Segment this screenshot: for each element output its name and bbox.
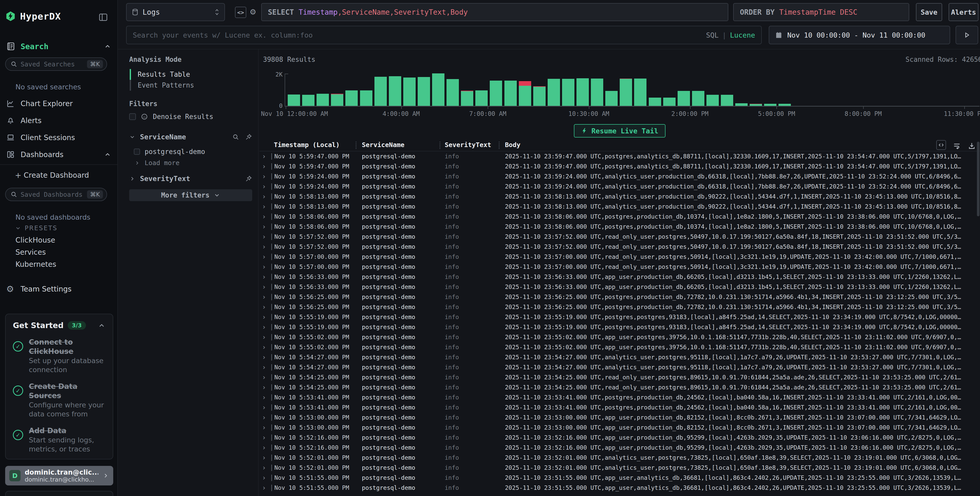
- get-started-step[interactable]: ✓ Connect to ClickHouse Set up your data…: [13, 338, 105, 374]
- histogram-bar[interactable]: [504, 81, 517, 106]
- log-row[interactable]: ›Nov 10 5:56:33.000 PMpostgresql-demoinf…: [259, 272, 980, 282]
- histogram-bar[interactable]: [576, 78, 589, 106]
- column-resize-handle[interactable]: [356, 142, 356, 149]
- row-expand-icon[interactable]: ›: [262, 152, 266, 161]
- more-filters-button[interactable]: More filters: [129, 189, 252, 201]
- log-row[interactable]: ›Nov 10 5:55:02.000 PMpostgresql-demoinf…: [259, 342, 980, 352]
- wrap-lines-icon[interactable]: [953, 142, 961, 150]
- log-row[interactable]: ›Nov 10 5:52:16.000 PMpostgresql-demoinf…: [259, 443, 980, 453]
- histogram-bar[interactable]: [678, 91, 690, 106]
- histogram-bar[interactable]: [692, 91, 705, 106]
- log-row[interactable]: ›Nov 10 5:52:16.000 PMpostgresql-demoinf…: [259, 433, 980, 443]
- load-more-button[interactable]: Load more: [134, 159, 180, 167]
- log-row[interactable]: ›Nov 10 5:59:24.000 PMpostgresql-demoinf…: [259, 172, 980, 182]
- mode-results-table[interactable]: Results Table: [130, 69, 243, 80]
- row-expand-icon[interactable]: ›: [262, 443, 266, 453]
- language-toggle-sql[interactable]: SQL: [706, 31, 719, 39]
- pin-icon[interactable]: [245, 175, 252, 182]
- histogram-bar[interactable]: [288, 94, 300, 106]
- source-select[interactable]: Logs: [126, 3, 225, 21]
- col-header-body[interactable]: Body: [505, 141, 520, 148]
- row-expand-icon[interactable]: ›: [262, 383, 266, 392]
- sidebar-item-team-settings[interactable]: ⚙ Team Settings: [0, 282, 118, 296]
- histogram-bar[interactable]: [663, 97, 676, 106]
- histogram-bar[interactable]: [475, 90, 488, 106]
- checkbox[interactable]: [134, 148, 140, 155]
- select-columns-input[interactable]: SELECT Timestamp ,ServiceName,SeverityTe…: [261, 3, 728, 21]
- date-range-picker[interactable]: Nov 10 00:00:00 - Nov 11 00:00:00: [769, 26, 950, 44]
- row-expand-icon[interactable]: ›: [262, 473, 266, 483]
- row-expand-icon[interactable]: ›: [262, 272, 266, 282]
- sql-editor-toggle-icon[interactable]: <>: [235, 7, 246, 18]
- log-row[interactable]: ›Nov 10 5:53:41.000 PMpostgresql-demoinf…: [259, 402, 980, 413]
- gear-icon[interactable]: ⚙: [250, 6, 256, 17]
- table-scrollbar[interactable]: [977, 142, 980, 216]
- row-expand-icon[interactable]: ›: [262, 191, 266, 202]
- row-expand-icon[interactable]: ›: [262, 402, 266, 413]
- log-row[interactable]: ›Nov 10 5:55:19.000 PMpostgresql-demoinf…: [259, 312, 980, 322]
- log-row[interactable]: ›Nov 10 5:57:00.000 PMpostgresql-demoinf…: [259, 262, 980, 272]
- row-expand-icon[interactable]: ›: [262, 483, 266, 493]
- col-header-servicename[interactable]: ServiceName: [362, 141, 404, 148]
- histogram-bar[interactable]: [591, 78, 603, 106]
- log-row[interactable]: ›Nov 10 5:57:00.000 PMpostgresql-demoinf…: [259, 252, 980, 262]
- row-expand-icon[interactable]: ›: [262, 282, 266, 292]
- pin-icon[interactable]: [245, 133, 252, 140]
- filter-group-servicename[interactable]: ServiceName: [129, 133, 252, 141]
- histogram-bar[interactable]: [447, 79, 459, 106]
- log-row[interactable]: ›Nov 10 5:59:47.000 PMpostgresql-demoinf…: [259, 152, 980, 161]
- log-row[interactable]: ›Nov 10 5:58:06.000 PMpostgresql-demoinf…: [259, 222, 980, 232]
- column-resize-handle[interactable]: [499, 142, 500, 149]
- row-expand-icon[interactable]: ›: [262, 292, 266, 302]
- row-expand-icon[interactable]: ›: [262, 322, 266, 332]
- code-view-icon[interactable]: [936, 140, 946, 150]
- histogram-bar[interactable]: [706, 95, 719, 106]
- row-expand-icon[interactable]: ›: [262, 312, 266, 322]
- row-expand-icon[interactable]: ›: [262, 202, 266, 212]
- row-expand-icon[interactable]: ›: [262, 182, 266, 191]
- histogram-bar[interactable]: [649, 97, 661, 106]
- column-resize-handle[interactable]: [439, 142, 440, 149]
- log-row[interactable]: ›Nov 10 5:55:19.000 PMpostgresql-demoinf…: [259, 322, 980, 332]
- row-expand-icon[interactable]: ›: [262, 413, 266, 423]
- get-started-step[interactable]: ✓ Add Data Start sending logs, metrics, …: [13, 426, 105, 453]
- histogram-bar[interactable]: [317, 94, 329, 106]
- sidebar-item-search[interactable]: Search: [0, 39, 118, 54]
- col-header-timestamp[interactable]: Timestamp (Local): [274, 141, 340, 148]
- row-expand-icon[interactable]: ›: [262, 161, 266, 172]
- save-button[interactable]: Save: [916, 3, 942, 21]
- histogram-bar[interactable]: [331, 94, 343, 106]
- log-row[interactable]: ›Nov 10 5:51:55.000 PMpostgresql-demoinf…: [259, 473, 980, 483]
- sidebar-item-alerts[interactable]: Alerts: [0, 113, 118, 128]
- chevron-up-icon[interactable]: [104, 151, 111, 158]
- sidebar-collapse-icon[interactable]: [98, 12, 108, 22]
- histogram-bar[interactable]: [735, 103, 748, 106]
- histogram-bar[interactable]: [519, 81, 531, 106]
- log-row[interactable]: ›Nov 10 5:53:41.000 PMpostgresql-demoinf…: [259, 392, 980, 402]
- histogram-bar[interactable]: [360, 90, 372, 106]
- row-expand-icon[interactable]: ›: [262, 262, 266, 272]
- row-expand-icon[interactable]: ›: [262, 342, 266, 352]
- language-toggle-lucene[interactable]: Lucene: [730, 31, 755, 39]
- row-expand-icon[interactable]: ›: [262, 463, 266, 473]
- download-icon[interactable]: [968, 142, 976, 150]
- histogram-bar[interactable]: [721, 95, 733, 106]
- log-row[interactable]: ›Nov 10 5:54:27.000 PMpostgresql-demoinf…: [259, 362, 980, 372]
- histogram-bar[interactable]: [778, 104, 791, 106]
- row-expand-icon[interactable]: ›: [262, 232, 266, 242]
- log-row[interactable]: ›Nov 10 5:51:55.000 PMpostgresql-demoinf…: [259, 483, 980, 493]
- log-row[interactable]: ›Nov 10 5:54:25.000 PMpostgresql-demoinf…: [259, 372, 980, 383]
- log-row[interactable]: ›Nov 10 5:52:01.000 PMpostgresql-demoinf…: [259, 463, 980, 473]
- log-row[interactable]: ›Nov 10 5:59:24.000 PMpostgresql-demoinf…: [259, 182, 980, 191]
- histogram-bar[interactable]: [605, 91, 618, 106]
- chevron-up-icon[interactable]: [98, 322, 105, 329]
- row-expand-icon[interactable]: ›: [262, 433, 266, 443]
- log-row[interactable]: ›Nov 10 5:54:25.000 PMpostgresql-demoinf…: [259, 383, 980, 392]
- histogram-bar[interactable]: [750, 104, 762, 106]
- row-expand-icon[interactable]: ›: [262, 302, 266, 312]
- histogram-bar[interactable]: [562, 79, 574, 106]
- log-row[interactable]: ›Nov 10 5:58:13.000 PMpostgresql-demoinf…: [259, 202, 980, 212]
- checkbox[interactable]: [129, 113, 136, 120]
- log-row[interactable]: ›Nov 10 5:54:27.000 PMpostgresql-demoinf…: [259, 352, 980, 362]
- row-expand-icon[interactable]: ›: [262, 352, 266, 362]
